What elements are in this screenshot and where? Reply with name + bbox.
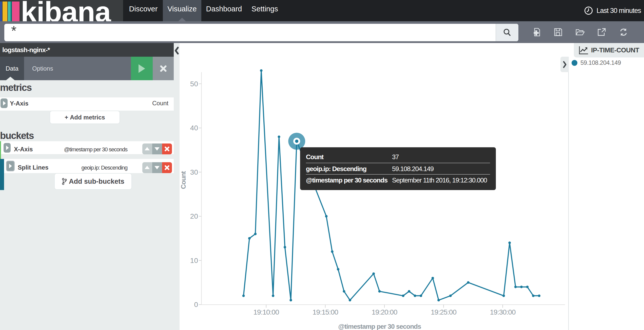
svg-text:19:15:00: 19:15:00 bbox=[313, 308, 338, 316]
svg-text:@timestamp per 30 seconds: @timestamp per 30 seconds bbox=[338, 323, 421, 330]
svg-text:Count: Count bbox=[180, 171, 187, 189]
svg-text:19:30:00: 19:30:00 bbox=[490, 308, 516, 316]
svg-text:0: 0 bbox=[194, 301, 198, 308]
svg-text:10: 10 bbox=[190, 257, 198, 264]
svg-text:30: 30 bbox=[190, 168, 198, 176]
svg-text:19:10:00: 19:10:00 bbox=[253, 308, 279, 316]
svg-text:40: 40 bbox=[190, 124, 198, 132]
svg-text:50: 50 bbox=[190, 80, 198, 88]
svg-text:20: 20 bbox=[190, 212, 198, 220]
svg-text:19:25:00: 19:25:00 bbox=[431, 308, 456, 316]
svg-text:19:20:00: 19:20:00 bbox=[372, 308, 397, 316]
